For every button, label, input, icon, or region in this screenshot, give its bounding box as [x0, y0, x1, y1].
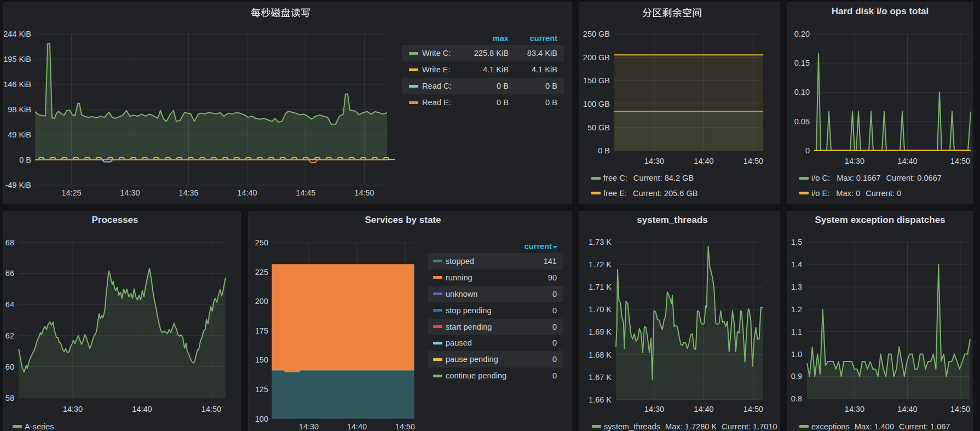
svg-text:14:50: 14:50 [395, 422, 415, 431]
svg-text:0.8: 0.8 [791, 394, 802, 403]
svg-text:60: 60 [5, 363, 14, 371]
svg-text:14:30: 14:30 [644, 405, 664, 413]
svg-text:0.9: 0.9 [791, 372, 802, 381]
svg-text:50 GB: 50 GB [587, 123, 610, 132]
svg-text:14:50: 14:50 [950, 157, 970, 165]
svg-text:1.5: 1.5 [791, 238, 802, 246]
svg-text:0 B: 0 B [598, 146, 610, 155]
svg-text:14:40: 14:40 [694, 157, 713, 165]
svg-text:14:40: 14:40 [347, 422, 367, 431]
svg-text:14:30: 14:30 [644, 157, 664, 165]
svg-text:0.05: 0.05 [794, 117, 810, 126]
svg-text:14:30: 14:30 [63, 405, 83, 413]
svg-text:1.0: 1.0 [791, 350, 802, 359]
svg-text:0.15: 0.15 [794, 59, 810, 67]
svg-text:64: 64 [5, 300, 14, 309]
svg-text:244 KiB: 244 KiB [4, 30, 31, 38]
svg-text:175: 175 [255, 326, 268, 335]
svg-text:-49 KiB: -49 KiB [5, 181, 31, 189]
svg-text:58: 58 [5, 394, 14, 403]
svg-text:14:40: 14:40 [897, 405, 917, 413]
svg-text:14:50: 14:50 [743, 405, 763, 413]
svg-text:14:30: 14:30 [120, 188, 140, 197]
svg-text:98 KiB: 98 KiB [8, 105, 31, 114]
svg-text:14:40: 14:40 [694, 405, 713, 413]
svg-text:100: 100 [255, 415, 268, 423]
svg-text:0: 0 [805, 146, 810, 155]
svg-text:1.68 K: 1.68 K [589, 350, 612, 359]
svg-text:100 GB: 100 GB [583, 100, 610, 108]
svg-text:150 GB: 150 GB [583, 76, 610, 85]
svg-text:62: 62 [5, 331, 14, 340]
svg-text:0.20: 0.20 [794, 30, 810, 38]
svg-text:150: 150 [255, 355, 268, 364]
svg-text:1.70 K: 1.70 K [589, 305, 612, 314]
svg-text:225: 225 [255, 268, 268, 277]
svg-text:14:40: 14:40 [132, 405, 152, 413]
svg-text:66: 66 [5, 269, 14, 278]
svg-text:146 KiB: 146 KiB [4, 80, 31, 89]
svg-text:14:30: 14:30 [845, 157, 864, 165]
svg-text:195 KiB: 195 KiB [4, 55, 31, 64]
svg-text:0 B: 0 B [19, 156, 31, 164]
svg-text:1.4: 1.4 [791, 260, 802, 269]
svg-text:0.10: 0.10 [794, 88, 810, 96]
svg-text:14:25: 14:25 [61, 188, 81, 197]
svg-text:1.73 K: 1.73 K [589, 238, 612, 246]
svg-text:1.66 K: 1.66 K [589, 395, 612, 404]
svg-text:200 GB: 200 GB [583, 53, 610, 62]
svg-text:1.1: 1.1 [791, 327, 802, 336]
svg-text:1.3: 1.3 [791, 283, 802, 291]
svg-text:14:50: 14:50 [950, 405, 970, 413]
svg-text:125: 125 [255, 385, 268, 394]
svg-text:14:35: 14:35 [178, 188, 198, 197]
svg-text:14:50: 14:50 [354, 188, 374, 197]
svg-text:14:50: 14:50 [201, 405, 221, 413]
svg-text:1.67 K: 1.67 K [589, 373, 612, 382]
svg-text:14:45: 14:45 [296, 188, 315, 197]
svg-text:14:50: 14:50 [743, 157, 763, 165]
svg-text:1.2: 1.2 [791, 305, 802, 314]
svg-text:1.69 K: 1.69 K [589, 327, 612, 336]
svg-text:1.71 K: 1.71 K [589, 283, 612, 291]
svg-text:250: 250 [255, 238, 268, 247]
svg-text:1.72 K: 1.72 K [589, 260, 612, 269]
svg-text:14:30: 14:30 [299, 422, 319, 431]
svg-text:14:40: 14:40 [237, 188, 257, 197]
svg-text:68: 68 [5, 238, 14, 247]
svg-text:49 KiB: 49 KiB [8, 130, 31, 139]
svg-text:200: 200 [255, 297, 268, 306]
svg-text:250 GB: 250 GB [583, 30, 610, 38]
svg-text:14:30: 14:30 [845, 405, 864, 413]
svg-text:14:40: 14:40 [897, 157, 917, 165]
